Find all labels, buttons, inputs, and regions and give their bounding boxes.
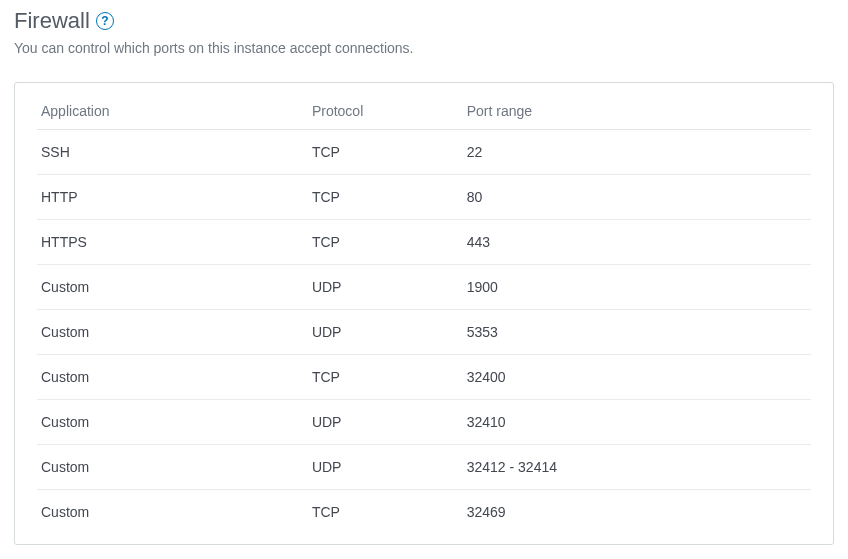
cell-application: Custom (37, 265, 308, 310)
cell-protocol: TCP (308, 220, 463, 265)
table-row: HTTPSTCP443 (37, 220, 811, 265)
table-row: CustomUDP32410 (37, 400, 811, 445)
col-header-port-range: Port range (463, 89, 811, 130)
actions-row: + Add another Edit rules (14, 545, 834, 559)
cell-port-range: 32469 (463, 490, 811, 535)
cell-application: Custom (37, 400, 308, 445)
table-row: CustomTCP32400 (37, 355, 811, 400)
cell-port-range: 22 (463, 130, 811, 175)
cell-application: Custom (37, 310, 308, 355)
cell-port-range: 32400 (463, 355, 811, 400)
cell-protocol: UDP (308, 445, 463, 490)
cell-application: Custom (37, 490, 308, 535)
cell-application: Custom (37, 445, 308, 490)
page-header: Firewall ? (14, 8, 834, 34)
help-icon[interactable]: ? (96, 12, 114, 30)
cell-application: HTTPS (37, 220, 308, 265)
cell-port-range: 5353 (463, 310, 811, 355)
cell-protocol: TCP (308, 490, 463, 535)
page-title: Firewall (14, 8, 90, 34)
col-header-application: Application (37, 89, 308, 130)
cell-port-range: 443 (463, 220, 811, 265)
firewall-rules-panel: Application Protocol Port range SSHTCP22… (14, 82, 834, 545)
cell-protocol: TCP (308, 175, 463, 220)
table-row: SSHTCP22 (37, 130, 811, 175)
cell-port-range: 32412 - 32414 (463, 445, 811, 490)
cell-protocol: UDP (308, 310, 463, 355)
cell-protocol: TCP (308, 355, 463, 400)
cell-application: Custom (37, 355, 308, 400)
cell-protocol: UDP (308, 265, 463, 310)
table-header-row: Application Protocol Port range (37, 89, 811, 130)
cell-port-range: 1900 (463, 265, 811, 310)
firewall-rules-table: Application Protocol Port range SSHTCP22… (37, 89, 811, 534)
table-row: CustomUDP32412 - 32414 (37, 445, 811, 490)
cell-application: SSH (37, 130, 308, 175)
table-row: CustomUDP1900 (37, 265, 811, 310)
table-row: CustomUDP5353 (37, 310, 811, 355)
cell-protocol: UDP (308, 400, 463, 445)
table-row: CustomTCP32469 (37, 490, 811, 535)
col-header-protocol: Protocol (308, 89, 463, 130)
page-subtitle: You can control which ports on this inst… (14, 40, 834, 56)
cell-application: HTTP (37, 175, 308, 220)
cell-protocol: TCP (308, 130, 463, 175)
table-row: HTTPTCP80 (37, 175, 811, 220)
cell-port-range: 80 (463, 175, 811, 220)
cell-port-range: 32410 (463, 400, 811, 445)
